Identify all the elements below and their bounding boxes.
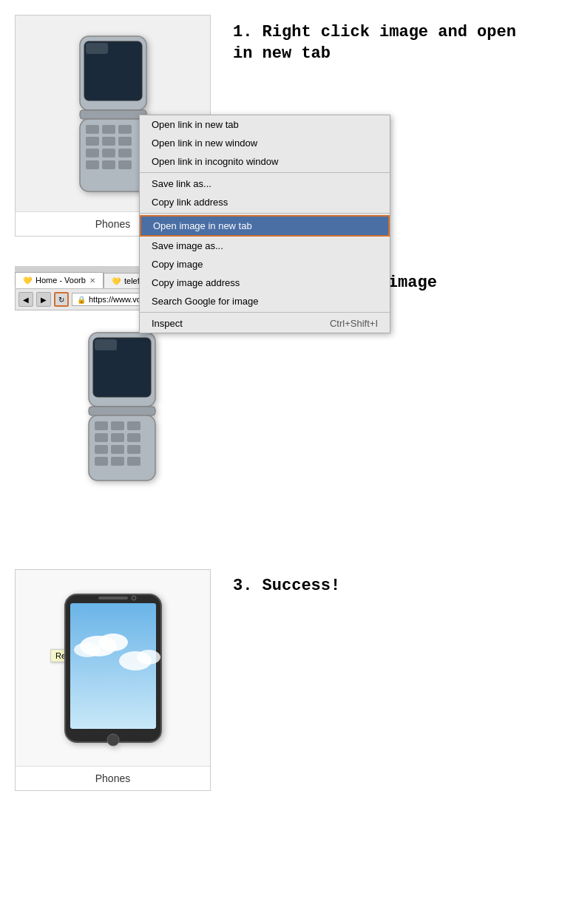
menu-copy-link-address[interactable]: Copy link address [140,193,390,211]
svg-rect-15 [102,160,115,169]
svg-point-42 [137,650,160,665]
tab-label-1: Home - Voorbeeld w... [35,276,86,285]
menu-open-link-new-window[interactable]: Open link in new window [140,134,390,152]
svg-rect-24 [111,421,124,430]
menu-open-link-new-tab[interactable]: Open link in new tab [140,115,390,134]
svg-rect-13 [118,149,132,157]
svg-point-40 [74,642,101,657]
svg-rect-11 [86,149,99,157]
menu-search-google[interactable]: Search Google for image [140,292,390,310]
svg-rect-32 [95,457,108,466]
svg-rect-20 [95,339,117,350]
step1-text: 1. Right click image and open in new tab [211,15,547,72]
step3-text: 3. Success! [211,569,547,602]
svg-rect-28 [127,433,140,442]
menu-inspect-shortcut: Ctrl+Shift+I [330,318,378,329]
svg-rect-16 [118,160,132,169]
svg-rect-44 [98,597,128,599]
svg-rect-27 [111,433,124,442]
menu-separator-3 [140,312,390,313]
svg-rect-31 [127,445,140,454]
step3-heading: 3. Success! [233,577,525,595]
svg-rect-7 [118,125,132,134]
phone-image-3 [16,570,210,766]
phone-card-3: Phones [15,569,211,791]
svg-point-43 [107,734,119,746]
tab-emoji-1: 💛 [23,276,32,285]
svg-rect-21 [89,407,155,415]
section1: Phones 1. Right click image and open in … [0,0,562,237]
forward-button[interactable]: ▶ [36,292,51,307]
phone-image-2 [15,310,229,503]
menu-separator-2 [140,213,390,214]
svg-rect-5 [86,125,99,134]
menu-open-image-new-tab[interactable]: Open image in new tab [140,215,390,237]
reload-button[interactable]: ↻ [54,292,69,307]
svg-rect-14 [86,160,99,169]
svg-rect-10 [118,137,132,146]
browser-tab-home[interactable]: 💛 Home - Voorbeeld w... ✕ [15,272,104,288]
svg-rect-34 [127,457,140,466]
back-button[interactable]: ◀ [18,292,33,307]
phone-label-3: Phones [16,766,210,790]
tab-emoji-2: 💛 [112,277,121,285]
tab-close-1[interactable]: ✕ [89,276,95,285]
svg-point-39 [98,633,128,651]
menu-copy-image-address[interactable]: Copy image address [140,274,390,292]
menu-open-link-incognito[interactable]: Open link in incognito window [140,152,390,171]
svg-rect-9 [102,137,115,146]
svg-rect-8 [86,137,99,146]
menu-save-image-as[interactable]: Save image as... [140,237,390,255]
svg-rect-33 [111,457,124,466]
step1-heading: 1. Right click image and open in new tab [233,22,525,64]
svg-rect-29 [95,445,108,454]
flip-phone-svg-2 [74,329,170,484]
lock-icon: 🔒 [77,296,86,304]
menu-inspect[interactable]: Inspect Ctrl+Shift+I [140,314,390,333]
svg-rect-6 [102,125,115,134]
menu-copy-image[interactable]: Copy image [140,255,390,274]
section3: Phones 3. Success! [0,547,562,806]
svg-rect-3 [80,110,146,119]
svg-rect-23 [95,421,108,430]
svg-rect-2 [86,43,108,54]
menu-save-link-as[interactable]: Save link as... [140,174,390,193]
svg-rect-30 [111,445,124,454]
menu-separator-1 [140,172,390,173]
svg-rect-26 [95,433,108,442]
svg-rect-25 [127,421,140,430]
context-menu[interactable]: Open link in new tab Open link in new wi… [139,115,390,333]
menu-inspect-label: Inspect [152,318,183,329]
smartphone-svg [47,587,180,750]
svg-rect-12 [102,149,115,157]
svg-point-45 [132,596,136,600]
